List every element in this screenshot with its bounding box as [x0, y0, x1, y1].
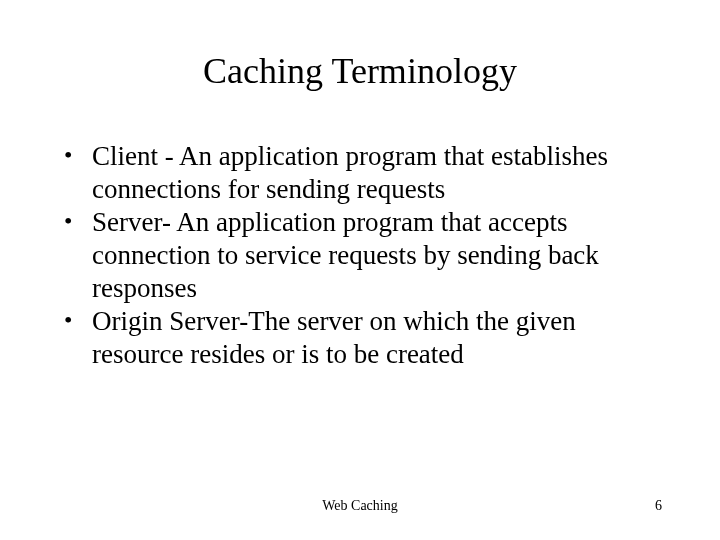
list-item: Origin Server-The server on which the gi… — [64, 305, 664, 371]
slide: Caching Terminology Client - An applicat… — [0, 0, 720, 540]
list-item: Client - An application program that est… — [64, 140, 664, 206]
footer-label: Web Caching — [0, 498, 720, 514]
page-number: 6 — [655, 498, 662, 514]
slide-title: Caching Terminology — [56, 50, 664, 92]
list-item: Server- An application program that acce… — [64, 206, 664, 305]
bullet-list: Client - An application program that est… — [64, 140, 664, 371]
